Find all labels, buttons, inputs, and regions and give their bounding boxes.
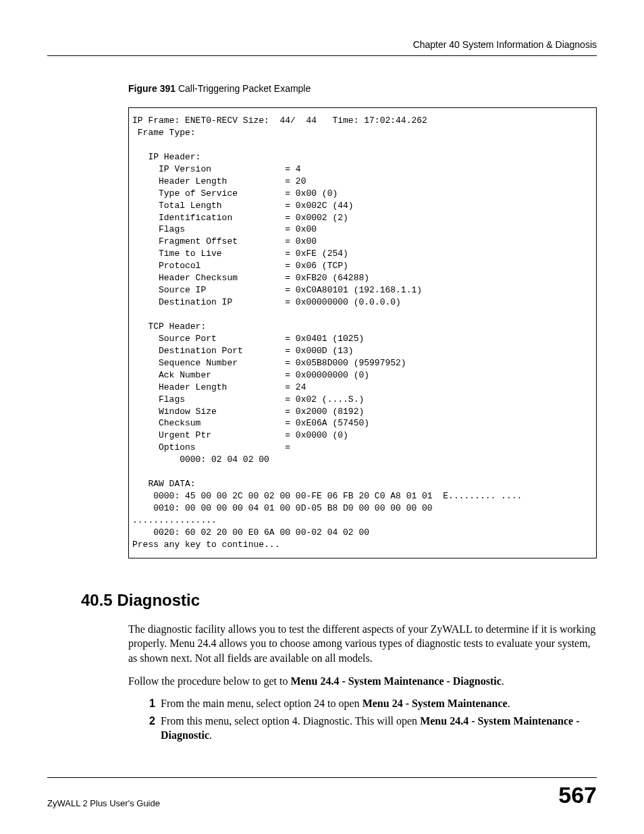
- paragraph-1: The diagnostic facility allows you to te…: [128, 622, 597, 666]
- section-heading: 40.5 Diagnostic: [81, 591, 597, 610]
- guide-name: ZyWALL 2 Plus User's Guide: [47, 798, 160, 808]
- footer: ZyWALL 2 Plus User's Guide 567: [47, 777, 597, 808]
- figure-caption: Figure 391 Call-Triggering Packet Exampl…: [128, 83, 597, 94]
- footer-content: ZyWALL 2 Plus User's Guide 567: [47, 782, 597, 808]
- page-number: 567: [558, 782, 597, 808]
- list-number: 1: [142, 696, 155, 711]
- figure-number: Figure 391: [128, 83, 176, 94]
- item1-post: .: [508, 698, 510, 709]
- para2-bold: Menu 24.4 - System Maintenance - Diagnos…: [290, 675, 501, 687]
- list-text: From the main menu, select option 24 to …: [161, 696, 597, 711]
- para2-pre: Follow the procedure below to get to: [128, 675, 290, 687]
- header-rule: [47, 55, 597, 56]
- procedure-list: 1 From the main menu, select option 24 t…: [142, 696, 597, 743]
- para2-post: .: [502, 675, 504, 687]
- item1-bold: Menu 24 - System Maintenance: [363, 698, 508, 709]
- packet-dump-box: IP Frame: ENET0-RECV Size: 44/ 44 Time: …: [128, 107, 597, 558]
- footer-rule: [47, 777, 597, 778]
- list-item-2: 2 From this menu, select option 4. Diagn…: [142, 714, 597, 743]
- list-item-1: 1 From the main menu, select option 24 t…: [142, 696, 597, 711]
- figure-title: Call-Triggering Packet Example: [176, 83, 311, 94]
- list-number: 2: [142, 714, 155, 743]
- item1-pre: From the main menu, select option 24 to …: [161, 698, 363, 709]
- item2-pre: From this menu, select option 4. Diagnos…: [161, 715, 420, 727]
- item2-post: .: [209, 729, 212, 741]
- paragraph-2: Follow the procedure below to get to Men…: [128, 674, 597, 689]
- list-text: From this menu, select option 4. Diagnos…: [161, 714, 597, 743]
- chapter-title: Chapter 40 System Information & Diagnosi…: [47, 39, 597, 50]
